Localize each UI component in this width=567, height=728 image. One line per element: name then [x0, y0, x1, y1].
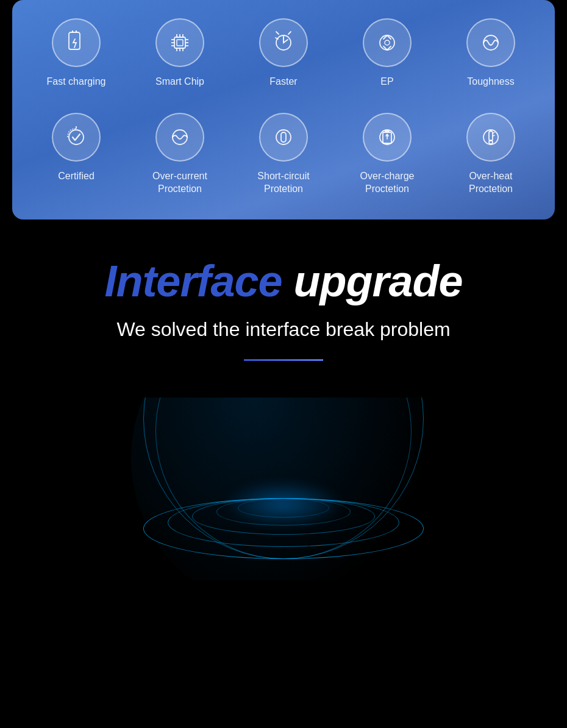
feature-over-current: Over-currentProctetion	[131, 113, 229, 196]
fast-charging-label: Fast charging	[47, 76, 106, 88]
feature-toughness: Toughness	[442, 18, 540, 88]
svg-rect-4	[177, 40, 183, 46]
over-heat-label: Over-heatProctetion	[469, 170, 513, 196]
toughness-label: Toughness	[467, 76, 514, 88]
short-circuit-icon	[259, 113, 308, 162]
feature-over-heat: Over-heatProctetion	[442, 113, 540, 196]
svg-point-29	[483, 130, 498, 145]
over-heat-icon	[466, 113, 515, 162]
svg-point-21	[69, 130, 84, 145]
over-current-label: Over-currentProctetion	[152, 170, 207, 196]
svg-line-33	[493, 135, 494, 136]
svg-point-23	[173, 130, 187, 145]
over-charge-icon	[363, 113, 412, 162]
feature-faster: Faster	[235, 18, 332, 88]
svg-point-19	[385, 40, 390, 45]
divider-line	[244, 359, 323, 361]
globe-rings	[143, 419, 424, 559]
svg-rect-3	[174, 37, 185, 48]
feature-certified: Certified	[27, 113, 125, 196]
interface-word2: upgrade	[294, 257, 463, 305]
svg-point-31	[489, 140, 493, 144]
interface-title: Interface upgrade	[12, 256, 555, 306]
interface-word1: Interface	[104, 257, 282, 305]
toughness-icon	[466, 18, 515, 67]
smart-chip-icon	[155, 18, 204, 67]
dark-section: Interface upgrade We solved the interfac…	[0, 219, 567, 605]
over-current-icon	[155, 113, 204, 162]
faster-label: Faster	[269, 76, 297, 88]
feature-smart-chip: Smart Chip	[131, 18, 229, 88]
globe-container	[12, 398, 555, 580]
short-circuit-label: Short-circuitProtetion	[257, 170, 309, 196]
feature-fast-charging: Fast charging	[27, 18, 125, 88]
feature-over-charge: Over-chargeProctetion	[338, 113, 436, 196]
feature-short-circuit: Short-circuitProtetion	[235, 113, 332, 196]
smart-chip-label: Smart Chip	[155, 76, 204, 88]
fast-charging-icon	[52, 18, 101, 67]
ep-label: EP	[380, 76, 393, 88]
blue-section: Fast charging	[12, 0, 555, 219]
certified-icon	[52, 113, 101, 162]
ep-icon	[363, 18, 412, 67]
over-charge-label: Over-chargeProctetion	[360, 170, 415, 196]
feature-ep: EP	[338, 18, 436, 88]
svg-point-18	[380, 35, 394, 50]
faster-icon	[259, 18, 308, 67]
svg-rect-30	[489, 131, 493, 141]
svg-rect-25	[281, 132, 286, 142]
globe-glow-center	[223, 480, 344, 529]
interface-subtitle: We solved the interface break problem	[12, 318, 555, 341]
svg-point-20	[483, 35, 498, 50]
certified-label: Certified	[58, 170, 94, 183]
